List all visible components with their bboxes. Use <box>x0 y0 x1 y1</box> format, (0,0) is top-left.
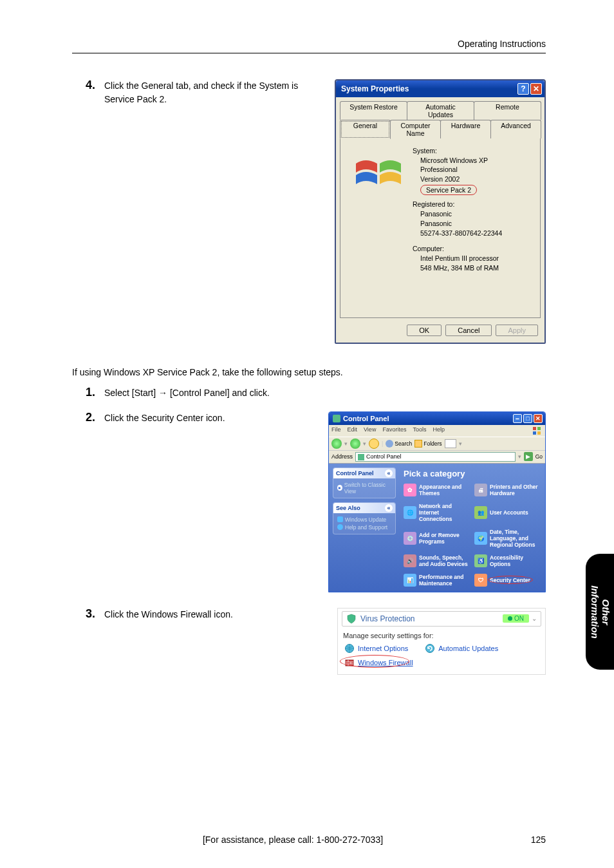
tab-general[interactable]: General <box>340 120 391 139</box>
cat-date-time[interactable]: 🌍Date, Time, Language, and Regional Opti… <box>474 529 541 548</box>
switch-classic-link[interactable]: ▸Switch to Classic View <box>336 481 393 495</box>
tab-advanced[interactable]: Advanced <box>490 120 541 138</box>
cat-accessibility[interactable]: ♿Accessibility Options <box>474 554 541 567</box>
back-icon[interactable] <box>331 439 342 449</box>
search-icon <box>386 440 393 448</box>
step3-number: 3. <box>72 608 95 621</box>
cat-security-center[interactable]: 🛡Security Center <box>474 574 541 587</box>
close-icon[interactable]: ✕ <box>530 83 542 95</box>
shield-icon: 🛡 <box>474 574 487 587</box>
windows-flag-icon <box>532 426 541 435</box>
views-icon[interactable] <box>445 439 456 448</box>
step2-text: Click the Security Center icon. <box>104 411 328 425</box>
tab-computer-name[interactable]: Computer Name <box>390 120 441 138</box>
speaker-icon: 🔊 <box>404 554 416 567</box>
cancel-button[interactable]: Cancel <box>445 325 492 336</box>
callout-ring <box>488 576 533 584</box>
cat-printers[interactable]: 🖨Printers and Other Hardware <box>474 484 541 496</box>
step2-number: 2. <box>72 411 95 425</box>
automatic-updates-link[interactable]: Automatic Updates <box>425 643 498 654</box>
step3-text: Click the Windows Firewall icon. <box>104 608 330 621</box>
status-on-badge: ON <box>503 614 529 623</box>
service-pack-badge: Service Pack 2 <box>420 185 477 195</box>
step4-text: Click the General tab, and check if the … <box>104 79 330 106</box>
dialog-title-text: System Properties <box>341 84 516 93</box>
help-support-link[interactable]: Help and Support <box>336 524 393 531</box>
users-icon: 👥 <box>474 506 487 519</box>
side-panel-control-panel: Control Panel« ▸Switch to Classic View <box>333 467 396 498</box>
step1-number: 1. <box>72 386 95 399</box>
intro-paragraph: If using Windows XP Service Pack 2, take… <box>72 367 546 377</box>
category-heading: Pick a category <box>404 469 541 478</box>
cat-add-remove[interactable]: 💿Add or Remove Programs <box>404 529 470 548</box>
step4-number: 4. <box>72 79 95 92</box>
windows-logo-icon <box>349 151 407 196</box>
windows-firewall-link[interactable]: Windows Firewall <box>344 657 541 668</box>
cat-users[interactable]: 👥User Accounts <box>474 503 541 522</box>
side-panel-see-also: See Also« Windows Update Help and Suppor… <box>333 502 396 534</box>
svg-rect-3 <box>537 431 541 435</box>
page-header: Operating Instructions <box>458 39 546 49</box>
header-rule <box>72 53 546 53</box>
printer-icon: 🖨 <box>474 484 487 496</box>
footer-assistance: [For assistance, please call: 1-800-272-… <box>72 835 514 845</box>
menu-bar[interactable]: FileEditView FavoritesToolsHelp <box>329 425 545 437</box>
cat-performance[interactable]: 📊Performance and Maintenance <box>404 574 470 587</box>
forward-icon[interactable] <box>350 439 360 449</box>
close-icon[interactable]: ✕ <box>534 414 543 423</box>
dialog-titlebar: System Properties ? ✕ <box>336 80 544 97</box>
cat-sounds[interactable]: 🔊Sounds, Speech, and Audio Devices <box>404 554 470 567</box>
network-icon: 🌐 <box>404 506 416 519</box>
internet-options-link[interactable]: Internet Options <box>344 643 408 654</box>
appearance-icon: ✿ <box>404 484 416 496</box>
ok-button[interactable]: OK <box>407 325 442 336</box>
system-info: System: Microsoft Windows XP Professiona… <box>413 145 502 272</box>
go-button[interactable]: ▶ <box>524 452 533 461</box>
address-field[interactable]: Control Panel <box>355 452 516 462</box>
help-icon[interactable]: ? <box>517 83 529 95</box>
control-panel-window: Control Panel ‒ □ ✕ FileEditView Favorit… <box>328 411 546 592</box>
svg-rect-0 <box>533 427 536 430</box>
chevron-down-icon[interactable]: ⌄ <box>532 615 537 622</box>
globe-icon <box>344 643 355 654</box>
globe-icon: 🌍 <box>474 532 487 545</box>
up-icon[interactable] <box>369 439 379 449</box>
cat-network[interactable]: 🌐Network and Internet Connections <box>404 503 470 522</box>
section-tab: OtherInformation <box>586 554 614 670</box>
apply-button: Apply <box>496 325 538 336</box>
manage-label: Manage security settings for: <box>343 632 541 639</box>
collapse-icon[interactable]: « <box>385 504 393 512</box>
svg-rect-2 <box>533 431 536 435</box>
windows-update-link[interactable]: Windows Update <box>336 516 393 524</box>
programs-icon: 💿 <box>404 532 416 545</box>
collapse-icon[interactable]: « <box>385 469 393 477</box>
folders-icon <box>414 440 422 448</box>
minimize-icon[interactable]: ‒ <box>513 414 522 423</box>
virus-protection-label: Virus Protection <box>360 614 503 623</box>
page-number: 125 <box>514 835 546 845</box>
tab-system-restore[interactable]: System Restore <box>340 101 407 120</box>
update-icon <box>425 643 435 654</box>
tab-remote[interactable]: Remote <box>474 101 541 120</box>
maximize-icon[interactable]: □ <box>523 414 532 423</box>
accessibility-icon: ♿ <box>474 554 487 567</box>
step1-text: Select [Start] → [Control Panel] and cli… <box>104 386 330 400</box>
svg-rect-1 <box>537 427 541 430</box>
system-properties-dialog: System Properties ? ✕ System Restore Aut… <box>335 79 546 344</box>
tab-automatic-updates[interactable]: Automatic Updates <box>407 101 474 120</box>
performance-icon: 📊 <box>404 574 416 587</box>
virus-protection-row[interactable]: Virus Protection ON ⌄ <box>342 611 541 627</box>
control-panel-title: Control Panel <box>343 415 389 422</box>
callout-ring <box>340 655 409 668</box>
shield-icon <box>346 614 357 624</box>
control-panel-icon <box>333 415 340 422</box>
security-center-panel: Virus Protection ON ⌄ Manage security se… <box>337 608 546 675</box>
toolbar[interactable]: ▾ ▾ | Search Folders ▾ <box>329 437 545 451</box>
tab-hardware[interactable]: Hardware <box>440 120 491 138</box>
cat-appearance[interactable]: ✿Appearance and Themes <box>404 484 470 496</box>
